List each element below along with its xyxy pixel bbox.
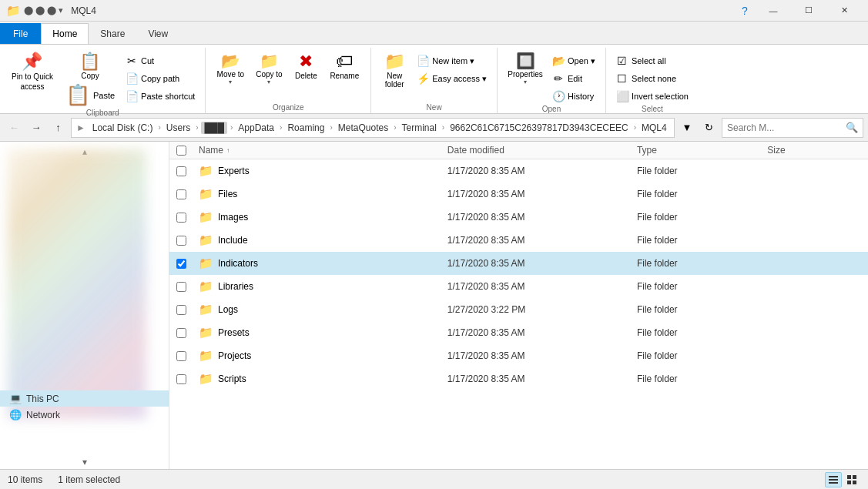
address-bar[interactable]: ► Local Disk (C:) › Users › ███ › AppDat… — [71, 118, 675, 138]
row-checkbox[interactable] — [176, 374, 186, 384]
row-checkbox[interactable] — [176, 189, 186, 199]
easy-access-label: Easy access ▾ — [432, 74, 487, 84]
up-button[interactable]: ↑ — [49, 118, 68, 138]
table-row[interactable]: 📁 Logs 1/27/2020 3:22 PM File folder — [169, 298, 868, 321]
col-header-date[interactable]: Date modified — [441, 142, 631, 159]
row-date: 1/17/2020 8:35 AM — [441, 324, 631, 341]
properties-button[interactable]: 🔲 Properties ▾ — [504, 51, 547, 88]
sidebar-items: 💻 This PC 🌐 Network — [0, 390, 169, 423]
row-type: File folder — [631, 209, 761, 226]
tab-view[interactable]: View — [136, 23, 179, 44]
crumb-mql4[interactable]: MQL4 — [639, 122, 669, 134]
row-checkbox[interactable] — [176, 282, 186, 292]
table-row[interactable]: 📁 Experts 1/17/2020 8:35 AM File folder — [169, 159, 868, 183]
forward-button[interactable]: → — [27, 118, 46, 138]
table-row[interactable]: 📁 Images 1/17/2020 8:35 AM File folder — [169, 206, 868, 229]
properties-arrow: ▾ — [524, 79, 527, 85]
ribbon-group-open: 🔲 Properties ▾ 📂 Open ▾ ✏ Edit 🕐 History — [498, 48, 606, 113]
copy-button[interactable]: 📋 Copy — [60, 51, 120, 82]
table-row[interactable]: 📁 Include 1/17/2020 8:35 AM File folder — [169, 229, 868, 252]
row-checkbox[interactable] — [176, 351, 186, 361]
row-checkbox-col — [169, 279, 193, 295]
table-row[interactable]: 📁 Libraries 1/17/2020 8:35 AM File folde… — [169, 275, 868, 298]
row-date: 1/17/2020 8:35 AM — [441, 347, 631, 364]
row-checkbox[interactable] — [176, 166, 186, 176]
copy-path-button[interactable]: 📄 Copy path — [122, 70, 199, 87]
row-size — [761, 353, 868, 359]
col-header-name[interactable]: Name ↑ — [193, 142, 441, 159]
move-to-button[interactable]: 📂 Move to ▾ — [212, 51, 249, 88]
table-row[interactable]: 📁 Scripts 1/17/2020 8:35 AM File folder — [169, 367, 868, 390]
easy-access-button[interactable]: ⚡ Easy access ▾ — [413, 70, 491, 87]
select-none-button[interactable]: ☐ Select none — [612, 70, 692, 87]
sidebar-item-this-pc[interactable]: 💻 This PC — [0, 390, 169, 407]
crumb-roaming[interactable]: Roaming — [285, 122, 327, 134]
row-checkbox[interactable] — [176, 328, 186, 338]
cut-button[interactable]: ✂ Cut — [122, 52, 199, 69]
select-buttons: ☑ Select all ☐ Select none ⬜ Invert sele… — [612, 48, 692, 105]
select-small-group: ☑ Select all ☐ Select none ⬜ Invert sele… — [612, 51, 692, 105]
ribbon-group-organize: 📂 Move to ▾ 📁 Copy to ▾ ✖ Delete 🏷 Renam… — [206, 48, 371, 113]
sidebar-item-network[interactable]: 🌐 Network — [0, 407, 169, 423]
search-input[interactable] — [727, 122, 843, 133]
select-all-checkbox[interactable] — [176, 146, 186, 156]
sidebar-scroll-down[interactable]: ▾ — [0, 455, 169, 469]
maximize-button[interactable]: ☐ — [791, 0, 826, 22]
paste-button[interactable]: 📋 Paste — [60, 82, 120, 109]
paste-shortcut-button[interactable]: 📄 Paste shortcut — [122, 88, 199, 105]
invert-icon: ⬜ — [616, 90, 628, 102]
close-button[interactable]: ✕ — [826, 0, 862, 22]
rename-button[interactable]: 🏷 Rename — [324, 51, 364, 82]
crumb-hash[interactable]: 9662C61C6715C26397817D3943CECEEC — [447, 122, 631, 134]
row-checkbox[interactable] — [176, 213, 186, 223]
crumb-terminal[interactable]: Terminal — [399, 122, 438, 134]
tab-home[interactable]: Home — [41, 23, 89, 44]
crumb-metaquotes[interactable]: MetaQuotes — [336, 122, 390, 134]
table-row[interactable]: 📁 Files 1/17/2020 8:35 AM File folder — [169, 183, 868, 206]
row-date: 1/17/2020 8:35 AM — [441, 255, 631, 272]
history-button[interactable]: 🕐 History — [548, 88, 599, 105]
crumb-user[interactable]: ███ — [201, 122, 227, 134]
delete-button[interactable]: ✖ Delete — [289, 51, 323, 82]
tab-share[interactable]: Share — [89, 23, 136, 44]
table-row[interactable]: 📁 Presets 1/17/2020 8:35 AM File folder — [169, 321, 868, 344]
invert-selection-button[interactable]: ⬜ Invert selection — [612, 88, 692, 105]
col-header-type[interactable]: Type — [631, 142, 761, 159]
open-btn[interactable]: 📂 Open ▾ — [548, 52, 599, 69]
refresh-button[interactable]: ↻ — [699, 118, 719, 138]
minimize-button[interactable]: — — [756, 0, 791, 22]
help-button[interactable]: ? — [734, 0, 756, 22]
row-checkbox-col — [169, 302, 193, 318]
clipboard-buttons: 📌 Pin to Quickaccess 📋 Copy 📋 Paste ✂ Cu… — [6, 48, 199, 109]
crumb-users[interactable]: Users — [164, 122, 193, 134]
select-all-button[interactable]: ☑ Select all — [612, 52, 692, 69]
table-row[interactable]: 📁 Projects 1/17/2020 8:35 AM File folder — [169, 344, 868, 367]
new-item-button[interactable]: 📄 New item ▾ — [413, 52, 491, 69]
row-name: 📁 Indicators — [193, 253, 441, 273]
row-checkbox[interactable] — [176, 305, 186, 315]
edit-button[interactable]: ✏ Edit — [548, 70, 599, 87]
row-name: 📁 Libraries — [193, 276, 441, 296]
new-folder-button[interactable]: 📁 Newfolder — [377, 51, 411, 91]
search-icon[interactable]: 🔍 — [846, 122, 858, 133]
row-name-text: Libraries — [218, 281, 253, 292]
properties-icon: 🔲 — [516, 53, 535, 69]
table-row[interactable]: 📁 Indicators 1/17/2020 8:35 AM File fold… — [169, 252, 868, 275]
col-header-size[interactable]: Size — [761, 142, 868, 159]
dropdown-button[interactable]: ▼ — [678, 118, 697, 138]
large-icons-view-button[interactable] — [843, 472, 860, 487]
row-size — [761, 330, 868, 336]
row-checkbox[interactable] — [176, 259, 186, 269]
back-button[interactable]: ← — [5, 118, 24, 138]
paste-shortcut-label: Paste shortcut — [141, 92, 195, 101]
network-icon: 🌐 — [9, 409, 22, 420]
copy-to-button[interactable]: 📁 Copy to ▾ — [250, 51, 287, 88]
row-name-text: Files — [218, 189, 237, 199]
pin-quick-access-button[interactable]: 📌 Pin to Quickaccess — [6, 51, 59, 94]
tab-file[interactable]: File — [0, 23, 41, 44]
details-view-button[interactable] — [825, 472, 842, 487]
crumb-appdata[interactable]: AppData — [236, 122, 276, 134]
search-bar[interactable]: 🔍 — [722, 118, 863, 138]
row-checkbox[interactable] — [176, 236, 186, 246]
crumb-local-disk[interactable]: Local Disk (C:) — [90, 122, 156, 134]
